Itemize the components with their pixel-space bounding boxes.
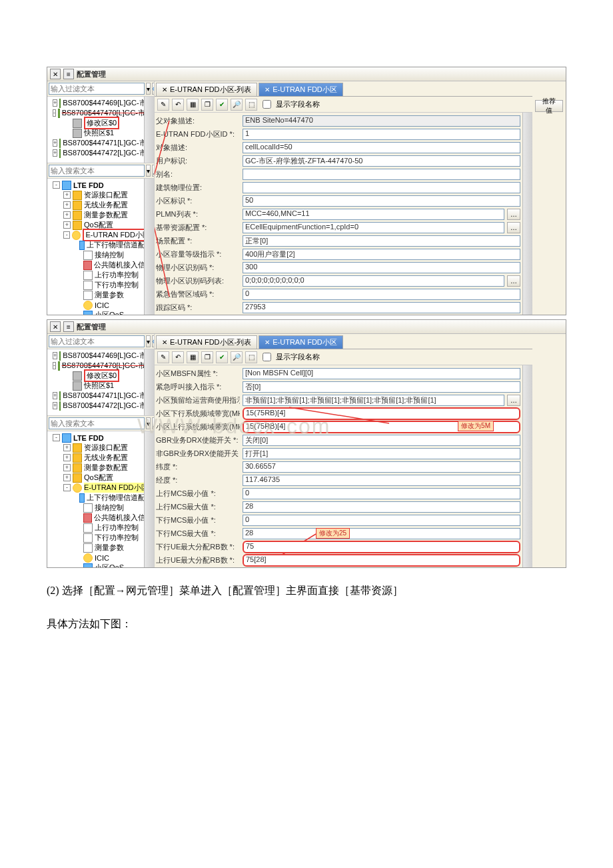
search-input[interactable] — [49, 165, 145, 177]
tree-node[interactable]: 下行功率控制 — [49, 533, 153, 543]
refresh-icon[interactable]: ✔ — [216, 351, 228, 363]
tree-node[interactable]: 公共随机接入信道 — [49, 260, 153, 270]
filter-input[interactable] — [49, 335, 145, 347]
expand-icon[interactable]: + — [53, 139, 57, 147]
expand-icon[interactable]: + — [63, 464, 71, 471]
expand-icon[interactable]: + — [63, 474, 71, 481]
show-names-checkbox[interactable] — [263, 353, 271, 361]
expand-icon[interactable]: + — [53, 352, 57, 359]
tree-node[interactable]: 测量参数 — [49, 290, 153, 300]
close-icon[interactable]: ✕ — [162, 86, 167, 93]
browse-button[interactable]: … — [507, 275, 520, 287]
field-input[interactable] — [243, 169, 520, 180]
tree-node[interactable]: +无线业务配置 — [49, 200, 153, 210]
tab-list[interactable]: ✕ E-UTRAN FDD小区-列表 — [156, 335, 257, 349]
find-icon[interactable]: 🔎 — [231, 99, 243, 111]
tree-node[interactable]: -E-UTRAN FDD小区 — [49, 230, 153, 240]
field-input[interactable]: ECellEquipmentFunction=1,cpId=0 — [243, 222, 504, 233]
field-input[interactable]: 117.46735 — [243, 475, 520, 486]
tree-node[interactable]: ICIC — [49, 553, 153, 563]
close-icon[interactable]: ✕ — [50, 321, 61, 332]
tab-detail[interactable]: ✕ E-UTRAN FDD小区 — [259, 335, 343, 349]
close-icon[interactable]: ✕ — [265, 339, 270, 346]
filter-input[interactable] — [49, 83, 145, 95]
rows-icon[interactable]: ▦ — [187, 99, 199, 111]
recommended-value-button[interactable]: 推荐值 — [535, 100, 563, 112]
dropdown-icon[interactable]: ▾ — [146, 83, 151, 95]
tree-node[interactable]: 快照区$1 — [49, 128, 153, 138]
tree-node[interactable]: +BS8700$447471[L]GC-市区 — [49, 391, 153, 401]
undo-icon[interactable]: ↶ — [172, 99, 184, 111]
tree-node[interactable]: 修改区$0 — [49, 118, 153, 128]
field-input[interactable]: 打开[1] — [243, 448, 520, 459]
tree-node[interactable]: +资源接口配置 — [49, 443, 153, 453]
show-names-checkbox[interactable] — [263, 100, 271, 109]
tree-node[interactable]: 公共随机接入信道 — [49, 513, 153, 523]
expand-icon[interactable]: + — [53, 149, 57, 157]
rows-icon[interactable]: ▦ — [187, 351, 199, 363]
tree-node[interactable]: 上下行物理信道配置 — [49, 493, 153, 503]
tree-node[interactable]: +资源接口配置 — [49, 190, 153, 200]
undo-icon[interactable]: ↶ — [172, 351, 184, 363]
tree-node[interactable]: +BS8700$447472[L]GC-市区 — [49, 401, 153, 411]
tree-node[interactable]: +QoS配置 — [49, 473, 153, 483]
tree-node[interactable]: +BS8700$447469[L]GC-市区 — [49, 351, 153, 361]
search-input[interactable] — [49, 417, 145, 429]
tree-node[interactable]: 上行功率控制 — [49, 523, 153, 533]
scrollbar[interactable] — [522, 365, 532, 567]
expand-icon[interactable]: + — [63, 444, 71, 451]
field-input[interactable]: 28 — [243, 528, 520, 539]
field-input[interactable]: 300 — [243, 262, 520, 273]
tree-node[interactable]: +测量参数配置 — [49, 463, 153, 473]
expand-icon[interactable]: - — [63, 484, 71, 491]
browse-button[interactable]: … — [507, 222, 520, 233]
expand-icon[interactable]: + — [63, 221, 71, 229]
expand-icon[interactable]: + — [53, 392, 57, 399]
menu-icon[interactable]: ≡ — [63, 69, 74, 79]
edit-icon[interactable]: ✎ — [157, 99, 169, 111]
field-input[interactable]: 50 — [243, 195, 520, 207]
scrollbar[interactable] — [522, 113, 532, 315]
expand-icon[interactable]: + — [63, 201, 71, 209]
tree-node[interactable]: 接纳控制 — [49, 250, 153, 260]
field-input[interactable]: 否[0] — [243, 381, 520, 393]
field-input[interactable]: 75 — [243, 541, 520, 553]
tree-node[interactable]: 上下行物理信道配置 — [49, 240, 153, 250]
field-input[interactable]: 28 — [243, 501, 520, 513]
tree-node[interactable]: -E-UTRAN FDD小区 — [49, 483, 153, 493]
find-icon[interactable]: 🔎 — [231, 351, 243, 363]
tree-node[interactable]: +BS8700$447472[L]GC-市区 — [49, 148, 153, 158]
expand-icon[interactable]: + — [63, 211, 71, 219]
tree-node[interactable]: +无线业务配置 — [49, 453, 153, 463]
tree-node[interactable]: 测量参数 — [49, 543, 153, 553]
field-input[interactable]: GC-市区-府学雅筑-ZFTA-447470-50 — [243, 155, 520, 167]
site-tree[interactable]: +BS8700$447469[L]GC-市区-BS8700$447470[L]G… — [47, 97, 154, 163]
field-input[interactable]: 75[28] — [243, 554, 520, 567]
tree-node[interactable]: 修改区$0 — [49, 371, 153, 381]
field-input[interactable]: 0 — [243, 289, 520, 300]
menu-icon[interactable]: ≡ — [63, 321, 74, 332]
copy-icon[interactable]: ❐ — [201, 99, 213, 111]
field-input[interactable]: 400用户容量[2] — [243, 249, 520, 260]
expand-icon[interactable]: - — [63, 231, 70, 239]
expand-icon[interactable]: + — [63, 454, 71, 461]
expand-icon[interactable]: - — [53, 109, 56, 117]
field-input[interactable]: 0 — [243, 488, 520, 499]
expand-icon[interactable]: + — [63, 191, 71, 199]
browse-button[interactable]: … — [507, 209, 520, 220]
browse-button[interactable]: … — [507, 395, 520, 406]
close-icon[interactable]: ✕ — [265, 86, 270, 93]
expand-icon[interactable]: + — [53, 99, 57, 107]
field-input[interactable]: 0;0;0;0;0;0;0;0;0;0 — [243, 275, 504, 287]
export-icon[interactable]: ⬚ — [245, 351, 257, 363]
tab-list[interactable]: ✕ E-UTRAN FDD小区-列表 — [156, 83, 257, 96]
field-input[interactable]: ENB SiteNo=447470 — [243, 115, 520, 127]
tree-node[interactable]: 快照区$1 — [49, 381, 153, 391]
expand-icon[interactable]: + — [53, 402, 57, 409]
expand-icon[interactable]: - — [53, 181, 60, 189]
field-input[interactable]: 30.66557 — [243, 461, 520, 473]
field-input[interactable]: 非预留[1];非预留[1];非预留[1];非预留[1];非预留[1];非预留[1… — [243, 395, 504, 406]
field-input[interactable]: 0 — [243, 515, 520, 526]
tree-node[interactable]: 小区QoS — [49, 563, 153, 567]
expand-icon[interactable]: - — [53, 362, 56, 369]
